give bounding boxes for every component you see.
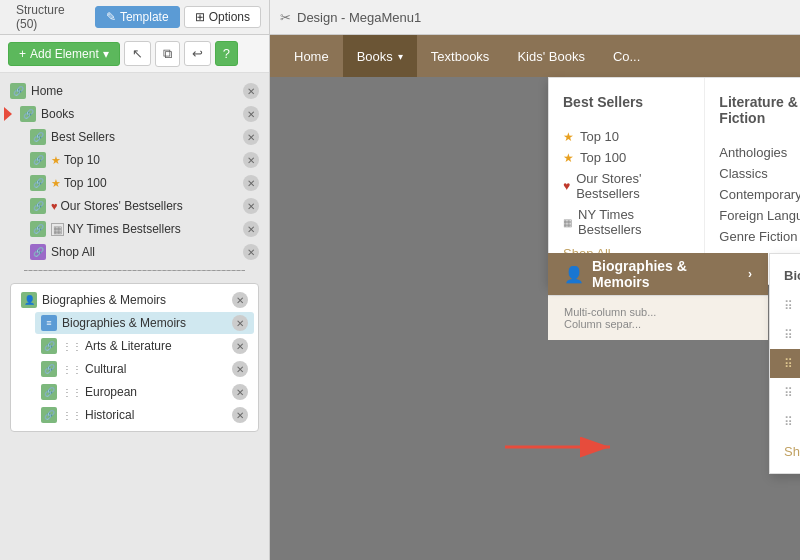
tree-item-top10[interactable]: 🔗 ★ Top 10 ✕: [24, 149, 265, 171]
tree-item-shopall[interactable]: 🔗 Shop All ✕: [24, 241, 265, 263]
tree-item-arts[interactable]: 🔗 ⋮⋮ Arts & Literature ✕: [35, 335, 254, 357]
chevron-down-icon: ▾: [398, 51, 403, 62]
tree-item-cultural[interactable]: 🔗 ⋮⋮ Cultural ✕: [35, 358, 254, 380]
mega-item-genre[interactable]: Genre Fiction: [719, 226, 800, 247]
tree-item-shopall-close[interactable]: ✕: [243, 244, 259, 260]
link-icon: 🔗: [30, 244, 46, 260]
link-icon: 🔗: [41, 407, 57, 423]
mega-item-ourstores-label: Our Stores' Bestsellers: [576, 171, 690, 201]
mega-item-ourstores[interactable]: ♥ Our Stores' Bestsellers: [563, 168, 690, 204]
mega-item-top100-label: Top 100: [580, 150, 626, 165]
mega-item-foreign[interactable]: Foreign Language: [719, 205, 800, 226]
mega-item-classics[interactable]: Classics: [719, 163, 800, 184]
nav-item-textbooks[interactable]: Textbooks: [417, 35, 504, 77]
tree-item-ourstores-close[interactable]: ✕: [243, 198, 259, 214]
link-icon: 🔗: [41, 384, 57, 400]
tree-item-bio-parent[interactable]: 👤 Biographies & Memoirs ✕: [15, 289, 254, 311]
tree-item-bestsellers-close[interactable]: ✕: [243, 129, 259, 145]
help-button[interactable]: ?: [215, 41, 238, 66]
tree-item-bio-title[interactable]: ≡ Biographies & Memoirs ✕: [35, 312, 254, 334]
mega-item-top10[interactable]: ★ Top 10: [563, 126, 690, 147]
grid-icon: ⋮⋮: [62, 410, 82, 421]
star-icon: ★: [563, 151, 574, 165]
bottom-info-line1: Multi-column sub...: [564, 306, 752, 318]
bio-subtree: ≡ Biographies & Memoirs ✕ 🔗 ⋮⋮ Arts & Li…: [15, 312, 254, 426]
tree-item-home-label: Home: [31, 84, 239, 98]
sub-item-leaders[interactable]: ⠿ Leaders & Notable People: [770, 407, 800, 436]
tree-item-ourstores-label: Our Stores' Bestsellers: [61, 199, 239, 213]
sub-item-cultural[interactable]: ⠿ Cultural: [770, 320, 800, 349]
tree-item-arts-close[interactable]: ✕: [232, 338, 248, 354]
tree-item-home-close[interactable]: ✕: [243, 83, 259, 99]
tree-area: 🔗 Home ✕ 🔗 Books ✕ 🔗 Best Sellers ✕ 🔗 ★ …: [0, 73, 269, 522]
link-icon: 🔗: [20, 106, 36, 122]
star-icon: ★: [563, 130, 574, 144]
bio-row-label: Biographies & Memoirs: [592, 258, 748, 290]
red-arrow-indicator: [500, 433, 620, 461]
grid-icon: ⠿: [784, 328, 793, 342]
tree-item-historical[interactable]: 🔗 ⋮⋮ Historical ✕: [35, 404, 254, 426]
link-icon: 🔗: [10, 83, 26, 99]
tree-item-european[interactable]: 🔗 ⋮⋮ European ✕: [35, 381, 254, 403]
tree-level1-container: 🔗 Best Sellers ✕ 🔗 ★ Top 10 ✕ 🔗 ★ Top 10…: [4, 126, 265, 263]
img-icon: ▦: [51, 223, 64, 236]
nav-item-books[interactable]: Books ▾: [343, 35, 417, 77]
design-topbar: ✂ Design - MegaMenu1: [270, 0, 800, 35]
tree-item-bio-parent-label: Biographies & Memoirs: [42, 293, 228, 307]
tree-item-top10-close[interactable]: ✕: [243, 152, 259, 168]
nav-item-more[interactable]: Co...: [599, 35, 654, 77]
menu-icon: ≡: [41, 315, 57, 331]
tree-item-bestsellers[interactable]: 🔗 Best Sellers ✕: [24, 126, 265, 148]
tree-item-top100-label: Top 100: [64, 176, 239, 190]
toolbar: + Add Element ▾ ↖ ⧉ ↩ ?: [0, 35, 269, 73]
tree-item-bio-parent-close[interactable]: ✕: [232, 292, 248, 308]
cursor-tool-button[interactable]: ↖: [124, 41, 151, 66]
link-icon: 🔗: [30, 221, 46, 237]
copy-tool-button[interactable]: ⧉: [155, 41, 180, 67]
tree-item-books[interactable]: 🔗 Books ✕: [4, 103, 265, 125]
tree-item-home[interactable]: 🔗 Home ✕: [4, 80, 265, 102]
tree-item-top100-close[interactable]: ✕: [243, 175, 259, 191]
nav-item-kidsbooks[interactable]: Kids' Books: [503, 35, 599, 77]
mega-item-nytimes[interactable]: ▦ NY Times Bestsellers: [563, 204, 690, 240]
sub-item-arts[interactable]: ⠿ Arts & Literature: [770, 291, 800, 320]
add-element-dropdown-arrow: ▾: [103, 47, 109, 61]
mega-item-top100[interactable]: ★ Top 100: [563, 147, 690, 168]
structure-tab[interactable]: Structure (50): [8, 0, 91, 34]
active-indicator: [4, 107, 12, 121]
grid-icon: ⠿: [784, 386, 793, 400]
link-icon: 🔗: [30, 152, 46, 168]
tree-item-bio-title-close[interactable]: ✕: [232, 315, 248, 331]
tree-item-top100[interactable]: 🔗 ★ Top 100 ✕: [24, 172, 265, 194]
star-icon: ★: [51, 177, 61, 190]
tree-item-nytimes-close[interactable]: ✕: [243, 221, 259, 237]
sub-item-european[interactable]: ⠿ European: [770, 349, 800, 378]
tree-item-ourstores[interactable]: 🔗 ♥ Our Stores' Bestsellers ✕: [24, 195, 265, 217]
undo-button[interactable]: ↩: [184, 41, 211, 66]
mega-col-bestsellers-title: Best Sellers: [563, 94, 690, 114]
nav-item-home[interactable]: Home: [280, 35, 343, 77]
star-icon: ★: [51, 154, 61, 167]
template-tab[interactable]: ✎ Template: [95, 6, 180, 28]
add-element-button[interactable]: + Add Element ▾: [8, 42, 120, 66]
mega-item-contemporary[interactable]: Contemporary: [719, 184, 800, 205]
grid-icon: ⠿: [784, 299, 793, 313]
heart-icon: ♥: [51, 200, 58, 212]
tree-item-nytimes[interactable]: 🔗 ▦ NY Times Bestsellers ✕: [24, 218, 265, 240]
link-icon: 🔗: [41, 338, 57, 354]
mega-item-anthologies[interactable]: Anthologies: [719, 142, 800, 163]
tree-item-cultural-close[interactable]: ✕: [232, 361, 248, 377]
mega-col-literature-title: Literature & Fiction: [719, 94, 800, 130]
bio-row[interactable]: 👤 Biographies & Memoirs ›: [548, 253, 768, 295]
nav-textbooks-label: Textbooks: [431, 49, 490, 64]
options-tab[interactable]: ⊞ Options: [184, 6, 261, 28]
sub-shopall[interactable]: Shop All: [770, 436, 800, 467]
scissors-icon: ✂: [280, 10, 291, 25]
nav-books-label: Books: [357, 49, 393, 64]
sub-item-historical[interactable]: ⠿ Historical: [770, 378, 800, 407]
sub-dropdown-title: Biographies & Memoirs: [770, 260, 800, 291]
tree-item-historical-close[interactable]: ✕: [232, 407, 248, 423]
bottom-info: Multi-column sub... Column separ...: [548, 295, 768, 340]
tree-item-european-close[interactable]: ✕: [232, 384, 248, 400]
tree-item-books-close[interactable]: ✕: [243, 106, 259, 122]
